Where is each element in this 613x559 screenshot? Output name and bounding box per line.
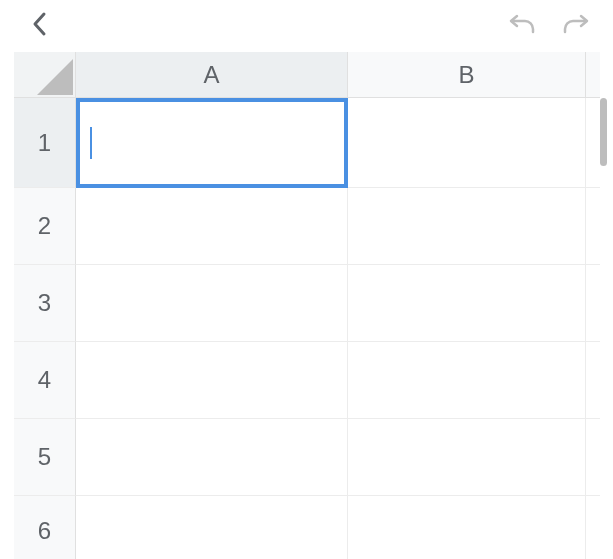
cell-a3[interactable]: [76, 265, 348, 342]
cell-b6[interactable]: [348, 496, 586, 559]
row-header-2[interactable]: 2: [14, 188, 76, 265]
column-header-a[interactable]: A: [76, 52, 348, 98]
cell-a2[interactable]: [76, 188, 348, 265]
row-header-1[interactable]: 1: [14, 98, 76, 188]
cell-c2[interactable]: [586, 188, 600, 265]
cell-b1[interactable]: [348, 98, 586, 188]
column-header-b[interactable]: B: [348, 52, 586, 98]
column-headers: A B: [14, 52, 600, 98]
row-header-5[interactable]: 5: [14, 419, 76, 496]
row-header-4[interactable]: 4: [14, 342, 76, 419]
undo-button[interactable]: [507, 12, 537, 36]
toolbar-right: [507, 12, 591, 36]
redo-button[interactable]: [561, 12, 591, 36]
chevron-left-icon: [30, 10, 48, 38]
cell-a6[interactable]: [76, 496, 348, 559]
cell-c4[interactable]: [586, 342, 600, 419]
cell-b4[interactable]: [348, 342, 586, 419]
cell-b5[interactable]: [348, 419, 586, 496]
spreadsheet: A B 1 2 3 4 5: [14, 52, 600, 559]
column-header-c[interactable]: [586, 52, 600, 98]
cell-c5[interactable]: [586, 419, 600, 496]
row-3: 3: [14, 265, 600, 342]
back-button[interactable]: [30, 10, 48, 38]
text-cursor-icon: [90, 127, 92, 159]
grid-body: 1 2 3 4 5 6: [14, 98, 600, 559]
corner-triangle-icon: [37, 59, 73, 95]
cell-a4[interactable]: [76, 342, 348, 419]
cell-a5[interactable]: [76, 419, 348, 496]
redo-icon: [561, 12, 591, 36]
toolbar-left: [30, 10, 48, 38]
cell-b3[interactable]: [348, 265, 586, 342]
cell-c6[interactable]: [586, 496, 600, 559]
toolbar: [0, 0, 613, 48]
undo-icon: [507, 12, 537, 36]
row-2: 2: [14, 188, 600, 265]
row-5: 5: [14, 419, 600, 496]
row-header-6[interactable]: 6: [14, 496, 76, 559]
cell-c1[interactable]: [586, 98, 600, 188]
row-header-3[interactable]: 3: [14, 265, 76, 342]
cell-b2[interactable]: [348, 188, 586, 265]
select-all-corner[interactable]: [14, 52, 76, 98]
cell-c3[interactable]: [586, 265, 600, 342]
row-4: 4: [14, 342, 600, 419]
row-6: 6: [14, 496, 600, 559]
active-cell-a1[interactable]: [76, 98, 348, 188]
vertical-scrollbar[interactable]: [600, 98, 607, 166]
